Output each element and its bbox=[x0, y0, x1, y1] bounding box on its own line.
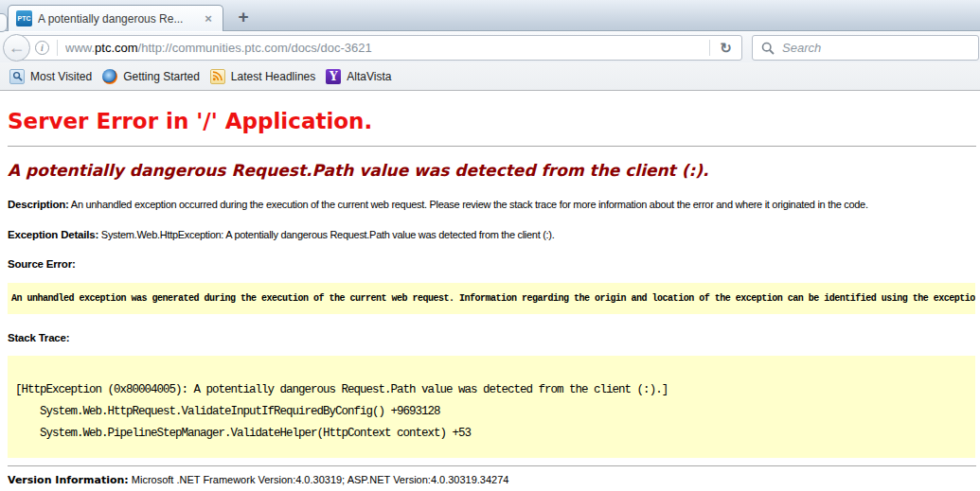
rss-feed-icon bbox=[210, 69, 225, 84]
exception-details-label: Exception Details: bbox=[8, 229, 98, 240]
error-page-title: Server Error in '/' Application. bbox=[8, 109, 976, 133]
divider bbox=[8, 146, 976, 147]
url-separator bbox=[57, 40, 58, 56]
source-error-label: Source Error: bbox=[8, 258, 976, 270]
error-page-content: Server Error in '/' Application. A poten… bbox=[0, 92, 980, 491]
url-bar[interactable]: i www.ptc.com/http://communities.ptc.com… bbox=[17, 35, 742, 61]
source-error-box: An unhandled exception was generated dur… bbox=[8, 283, 975, 314]
altavista-y-icon: Y bbox=[326, 69, 341, 84]
bookmark-label: Getting Started bbox=[123, 70, 200, 83]
version-information-line: Version Information: Microsoft .NET Fram… bbox=[8, 474, 976, 486]
new-tab-button[interactable]: + bbox=[231, 8, 256, 27]
stack-trace-box: [HttpException (0x80004005): A potential… bbox=[8, 356, 975, 458]
version-information-text: Microsoft .NET Framework Version:4.0.303… bbox=[129, 474, 509, 485]
navigation-toolbar: ← i www.ptc.com/http://communities.ptc.c… bbox=[0, 32, 980, 62]
search-icon bbox=[761, 42, 775, 55]
back-arrow-icon: ← bbox=[9, 39, 26, 56]
tab-strip-edge bbox=[0, 13, 8, 32]
browser-tab[interactable]: PTC A potentially dangerous Re... × bbox=[8, 5, 223, 31]
ptc-favicon: PTC bbox=[16, 10, 32, 26]
url-path: /http://communities.ptc.com/docs/doc-362… bbox=[138, 41, 372, 55]
stack-trace-label: Stack Trace: bbox=[8, 332, 976, 343]
bookmark-most-visited[interactable]: Most Visited bbox=[6, 66, 98, 87]
version-information-label: Version Information: bbox=[8, 474, 129, 486]
browser-window: PTC A potentially dangerous Re... × + ← … bbox=[0, 0, 980, 491]
firefox-icon bbox=[102, 69, 117, 84]
url-domain: ptc.com bbox=[95, 41, 138, 55]
error-page-subtitle: A potentially dangerous Request.Path val… bbox=[8, 161, 976, 180]
description-text: An unhandled exception occurred during t… bbox=[71, 199, 868, 210]
bookmark-label: Most Visited bbox=[30, 70, 92, 83]
bookmark-latest-headlines[interactable]: Latest Headlines bbox=[206, 66, 322, 87]
url-prefix: www. bbox=[65, 41, 95, 55]
search-box[interactable]: Search bbox=[752, 35, 979, 61]
back-button[interactable]: ← bbox=[3, 34, 30, 61]
most-visited-icon bbox=[9, 69, 25, 84]
tab-title: A potentially dangerous Re... bbox=[38, 12, 196, 26]
reload-button[interactable]: ↻ bbox=[709, 40, 741, 56]
description-label: Description: bbox=[8, 199, 69, 210]
bookmark-label: AltaVista bbox=[347, 70, 391, 83]
page-info-icon[interactable]: i bbox=[35, 41, 49, 55]
description-line: Description: An unhandled exception occu… bbox=[8, 199, 976, 210]
bookmark-label: Latest Headlines bbox=[231, 70, 315, 83]
bookmark-altavista[interactable]: Y AltaVista bbox=[322, 66, 398, 87]
tab-bar: PTC A potentially dangerous Re... × + bbox=[0, 0, 980, 31]
search-placeholder: Search bbox=[782, 41, 821, 55]
tab-close-icon[interactable]: × bbox=[202, 11, 215, 26]
reload-icon: ↻ bbox=[720, 41, 732, 55]
divider bbox=[8, 465, 976, 466]
bookmark-getting-started[interactable]: Getting Started bbox=[98, 66, 206, 87]
exception-details-line: Exception Details: System.Web.HttpExcept… bbox=[8, 229, 976, 240]
bookmarks-toolbar: Most Visited Getting Started Latest Head… bbox=[0, 62, 980, 91]
exception-details-text: System.Web.HttpException: A potentially … bbox=[101, 229, 555, 240]
stack-trace-pre: [HttpException (0x80004005): A potential… bbox=[8, 356, 975, 445]
url-text[interactable]: www.ptc.com/http://communities.ptc.com/d… bbox=[65, 41, 709, 55]
